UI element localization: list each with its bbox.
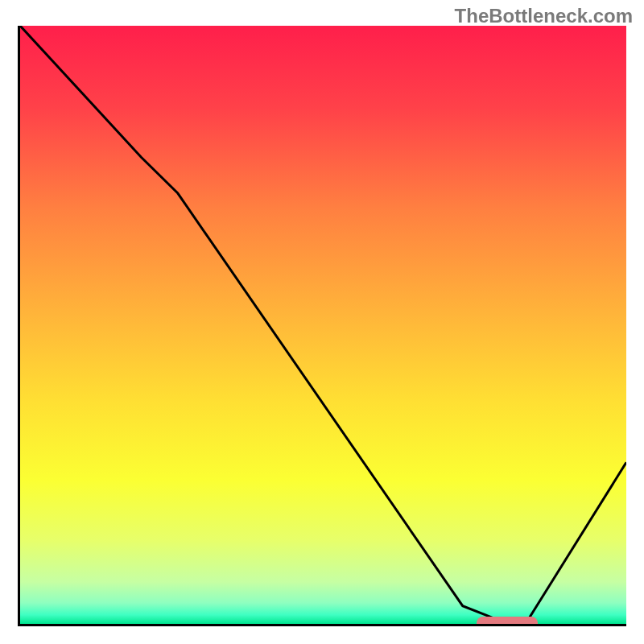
plot-area — [18, 26, 626, 626]
curve-line — [20, 26, 626, 624]
highlight-marker — [477, 617, 538, 626]
watermark-text: TheBottleneck.com — [455, 5, 633, 27]
